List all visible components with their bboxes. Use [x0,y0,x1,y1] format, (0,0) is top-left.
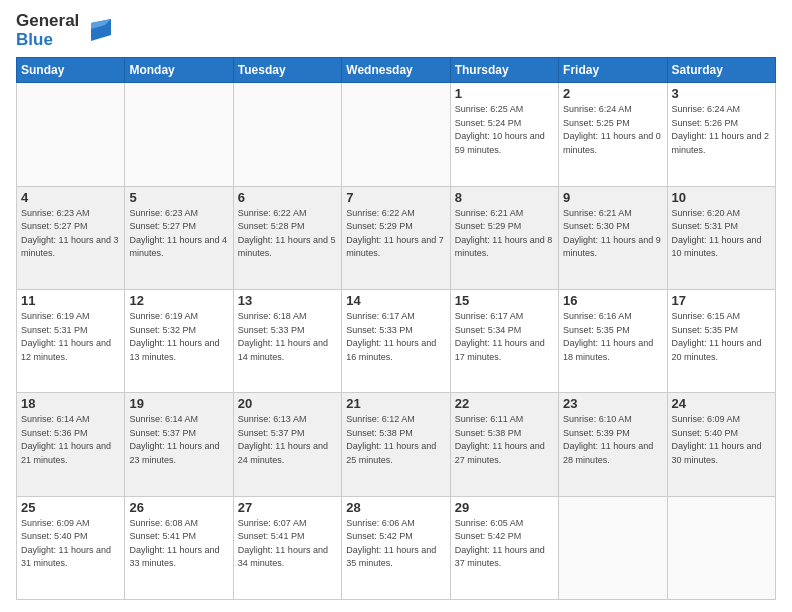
day-number: 8 [455,190,554,205]
calendar-cell: 16Sunrise: 6:16 AM Sunset: 5:35 PM Dayli… [559,290,667,393]
calendar-cell [559,496,667,599]
calendar-cell: 4Sunrise: 6:23 AM Sunset: 5:27 PM Daylig… [17,186,125,289]
day-info: Sunrise: 6:20 AM Sunset: 5:31 PM Dayligh… [672,207,771,261]
calendar-cell: 10Sunrise: 6:20 AM Sunset: 5:31 PM Dayli… [667,186,775,289]
day-info: Sunrise: 6:24 AM Sunset: 5:26 PM Dayligh… [672,103,771,157]
day-number: 28 [346,500,445,515]
calendar-cell [17,83,125,186]
calendar-cell: 27Sunrise: 6:07 AM Sunset: 5:41 PM Dayli… [233,496,341,599]
col-header-wednesday: Wednesday [342,58,450,83]
calendar-cell: 19Sunrise: 6:14 AM Sunset: 5:37 PM Dayli… [125,393,233,496]
calendar-cell: 28Sunrise: 6:06 AM Sunset: 5:42 PM Dayli… [342,496,450,599]
calendar-cell: 11Sunrise: 6:19 AM Sunset: 5:31 PM Dayli… [17,290,125,393]
col-header-sunday: Sunday [17,58,125,83]
calendar-cell [342,83,450,186]
day-number: 17 [672,293,771,308]
calendar-cell: 6Sunrise: 6:22 AM Sunset: 5:28 PM Daylig… [233,186,341,289]
day-number: 3 [672,86,771,101]
calendar-cell: 21Sunrise: 6:12 AM Sunset: 5:38 PM Dayli… [342,393,450,496]
day-number: 10 [672,190,771,205]
calendar-cell: 8Sunrise: 6:21 AM Sunset: 5:29 PM Daylig… [450,186,558,289]
day-info: Sunrise: 6:17 AM Sunset: 5:34 PM Dayligh… [455,310,554,364]
day-info: Sunrise: 6:09 AM Sunset: 5:40 PM Dayligh… [672,413,771,467]
calendar-cell: 2Sunrise: 6:24 AM Sunset: 5:25 PM Daylig… [559,83,667,186]
day-number: 2 [563,86,662,101]
logo-general: General [16,12,79,31]
day-number: 4 [21,190,120,205]
day-info: Sunrise: 6:23 AM Sunset: 5:27 PM Dayligh… [21,207,120,261]
day-info: Sunrise: 6:21 AM Sunset: 5:29 PM Dayligh… [455,207,554,261]
day-info: Sunrise: 6:14 AM Sunset: 5:36 PM Dayligh… [21,413,120,467]
col-header-thursday: Thursday [450,58,558,83]
day-info: Sunrise: 6:12 AM Sunset: 5:38 PM Dayligh… [346,413,445,467]
calendar-cell: 23Sunrise: 6:10 AM Sunset: 5:39 PM Dayli… [559,393,667,496]
day-number: 24 [672,396,771,411]
calendar-cell: 25Sunrise: 6:09 AM Sunset: 5:40 PM Dayli… [17,496,125,599]
day-number: 7 [346,190,445,205]
logo: General Blue [16,12,113,49]
calendar-cell: 3Sunrise: 6:24 AM Sunset: 5:26 PM Daylig… [667,83,775,186]
calendar-cell: 26Sunrise: 6:08 AM Sunset: 5:41 PM Dayli… [125,496,233,599]
day-info: Sunrise: 6:08 AM Sunset: 5:41 PM Dayligh… [129,517,228,571]
col-header-tuesday: Tuesday [233,58,341,83]
col-header-monday: Monday [125,58,233,83]
day-info: Sunrise: 6:05 AM Sunset: 5:42 PM Dayligh… [455,517,554,571]
day-number: 18 [21,396,120,411]
calendar-cell: 13Sunrise: 6:18 AM Sunset: 5:33 PM Dayli… [233,290,341,393]
day-info: Sunrise: 6:16 AM Sunset: 5:35 PM Dayligh… [563,310,662,364]
logo-icon [83,17,113,45]
day-info: Sunrise: 6:19 AM Sunset: 5:31 PM Dayligh… [21,310,120,364]
calendar-cell: 20Sunrise: 6:13 AM Sunset: 5:37 PM Dayli… [233,393,341,496]
day-number: 9 [563,190,662,205]
day-number: 29 [455,500,554,515]
day-info: Sunrise: 6:10 AM Sunset: 5:39 PM Dayligh… [563,413,662,467]
day-number: 19 [129,396,228,411]
day-number: 20 [238,396,337,411]
calendar-cell: 17Sunrise: 6:15 AM Sunset: 5:35 PM Dayli… [667,290,775,393]
logo-blue: Blue [16,31,79,50]
day-info: Sunrise: 6:15 AM Sunset: 5:35 PM Dayligh… [672,310,771,364]
calendar-cell: 22Sunrise: 6:11 AM Sunset: 5:38 PM Dayli… [450,393,558,496]
day-info: Sunrise: 6:11 AM Sunset: 5:38 PM Dayligh… [455,413,554,467]
calendar-cell: 1Sunrise: 6:25 AM Sunset: 5:24 PM Daylig… [450,83,558,186]
day-info: Sunrise: 6:24 AM Sunset: 5:25 PM Dayligh… [563,103,662,157]
day-info: Sunrise: 6:09 AM Sunset: 5:40 PM Dayligh… [21,517,120,571]
calendar-cell: 12Sunrise: 6:19 AM Sunset: 5:32 PM Dayli… [125,290,233,393]
day-number: 16 [563,293,662,308]
calendar-cell [233,83,341,186]
day-number: 21 [346,396,445,411]
day-info: Sunrise: 6:18 AM Sunset: 5:33 PM Dayligh… [238,310,337,364]
calendar-cell [667,496,775,599]
day-info: Sunrise: 6:22 AM Sunset: 5:29 PM Dayligh… [346,207,445,261]
header: General Blue [16,12,776,49]
calendar-cell: 29Sunrise: 6:05 AM Sunset: 5:42 PM Dayli… [450,496,558,599]
day-info: Sunrise: 6:13 AM Sunset: 5:37 PM Dayligh… [238,413,337,467]
day-number: 5 [129,190,228,205]
day-number: 25 [21,500,120,515]
day-info: Sunrise: 6:21 AM Sunset: 5:30 PM Dayligh… [563,207,662,261]
day-number: 14 [346,293,445,308]
calendar-cell: 9Sunrise: 6:21 AM Sunset: 5:30 PM Daylig… [559,186,667,289]
day-info: Sunrise: 6:06 AM Sunset: 5:42 PM Dayligh… [346,517,445,571]
calendar-cell: 18Sunrise: 6:14 AM Sunset: 5:36 PM Dayli… [17,393,125,496]
day-number: 27 [238,500,337,515]
calendar-cell: 5Sunrise: 6:23 AM Sunset: 5:27 PM Daylig… [125,186,233,289]
day-number: 13 [238,293,337,308]
col-header-saturday: Saturday [667,58,775,83]
day-number: 26 [129,500,228,515]
calendar-cell: 24Sunrise: 6:09 AM Sunset: 5:40 PM Dayli… [667,393,775,496]
day-info: Sunrise: 6:14 AM Sunset: 5:37 PM Dayligh… [129,413,228,467]
day-info: Sunrise: 6:07 AM Sunset: 5:41 PM Dayligh… [238,517,337,571]
calendar-cell: 14Sunrise: 6:17 AM Sunset: 5:33 PM Dayli… [342,290,450,393]
day-info: Sunrise: 6:17 AM Sunset: 5:33 PM Dayligh… [346,310,445,364]
calendar-cell [125,83,233,186]
day-number: 22 [455,396,554,411]
calendar-cell: 15Sunrise: 6:17 AM Sunset: 5:34 PM Dayli… [450,290,558,393]
col-header-friday: Friday [559,58,667,83]
day-number: 15 [455,293,554,308]
day-number: 23 [563,396,662,411]
day-number: 12 [129,293,228,308]
day-info: Sunrise: 6:19 AM Sunset: 5:32 PM Dayligh… [129,310,228,364]
day-number: 1 [455,86,554,101]
page: General Blue SundayMondayTuesdayWednesda… [0,0,792,612]
